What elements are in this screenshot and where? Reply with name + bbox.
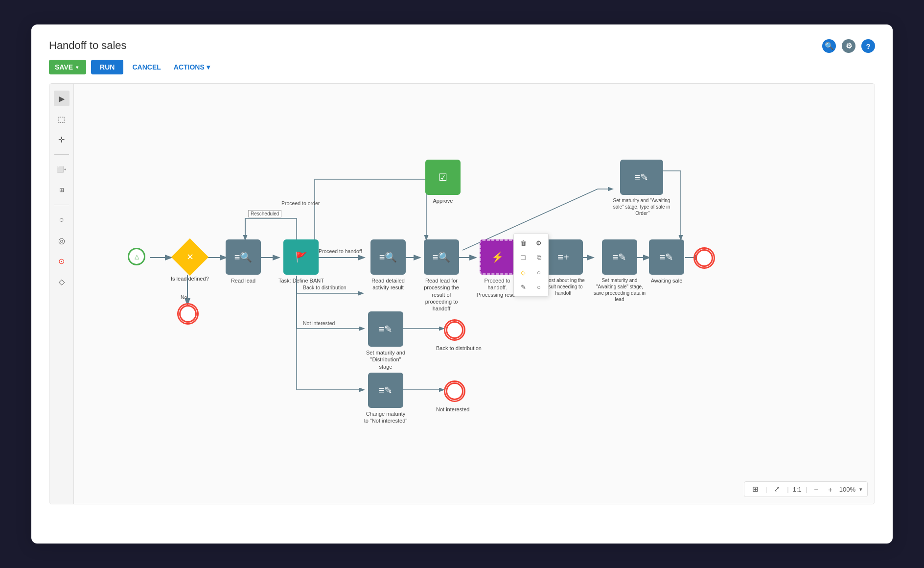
ctx-settings[interactable]: ⚙ [532,237,545,249]
zoom-in-button[interactable]: + [825,484,835,495]
back-dist-end-node[interactable] [446,321,463,339]
set-maturity-awaiting-node[interactable]: ≡✎ Set maturity and "Awaiting sale" stag… [593,239,647,303]
define-bant-node[interactable]: 🚩 Task: Define BANT [278,239,324,284]
context-row-1: 🗑 ⚙ [517,237,545,249]
gateway-diamond[interactable]: ✕ [171,238,208,276]
not-interested-end-node[interactable] [446,382,463,400]
set-maturity-order-box[interactable]: ≡✎ [620,160,663,195]
read-lead-proc-label: Read lead for processing the result of p… [419,277,463,312]
circle-filled-tool[interactable]: ◎ [54,233,69,248]
diamond-tool[interactable]: ◇ [54,274,69,289]
proceed-handoff-icon: ⚡ [491,251,504,263]
proceed-handoff-label: Proceed to handoff [319,248,362,254]
no-label: No [181,294,187,300]
post-result-box[interactable]: ≡+ [544,239,583,275]
read-detailed-icon: ≡🔍 [379,251,397,263]
back-dist-end-circle[interactable] [446,321,463,339]
gateway-diamond-wrap: ✕ [174,241,206,273]
awaiting-sale-box[interactable]: ≡✎ [649,239,684,275]
bc-sep-2: | [787,486,788,493]
rescheduled-label: Rescheduled [248,210,281,217]
help-icon[interactable]: ? [861,39,875,53]
define-bant-label: Task: Define BANT [278,277,324,284]
gateway-label: Is lead defined? [171,275,209,282]
save-button[interactable]: SAVE ▾ [49,60,86,74]
ctx-checkbox[interactable]: ☐ [517,251,530,264]
run-button[interactable]: RUN [91,60,123,74]
save-dropdown-arrow[interactable]: ▾ [76,65,78,70]
header-icons: 🔍 ⚙ ? [822,39,875,53]
page-title: Handoff to sales [49,39,875,52]
context-row-4: ✎ ○ [517,281,545,293]
approve-icon: ☑ [439,171,447,183]
awaiting-sale-end-node[interactable] [695,249,713,267]
approve-box[interactable]: ☑ [425,160,461,195]
read-lead-proc-node[interactable]: ≡🔍 Read lead for processing the result o… [419,239,463,312]
back-dist-end-label: Back to distribution [436,345,482,352]
ctx-delete[interactable]: 🗑 [517,237,530,249]
bc-sep-1: | [765,486,767,493]
gateway-node[interactable]: ✕ Is lead defined? [171,241,209,282]
process-tool[interactable]: ⬜+ [54,162,69,177]
subprocess-tool[interactable]: ⊞ [54,182,69,198]
read-lead-node[interactable]: ≡🔍 Read lead [226,239,261,284]
fit-view-button[interactable]: ⤢ [771,484,783,495]
read-lead-proc-box[interactable]: ≡🔍 [424,239,459,275]
approve-node[interactable]: ☑ Approve [425,160,461,204]
awaiting-sale-node[interactable]: ≡✎ Awaiting sale [649,239,684,284]
not-interested-conn-label: Not interested [303,320,335,326]
define-bant-icon: 🚩 [295,251,307,263]
zoom-out-button[interactable]: − [811,484,821,495]
zoom-level[interactable]: 100% [839,486,855,493]
read-detailed-label: Read detailed activity result [364,277,413,291]
set-maturity-dist-box[interactable]: ≡✎ [368,311,403,347]
no-end-circle[interactable] [179,305,197,323]
ctx-copy[interactable]: ⧉ [532,251,545,264]
proceed-handoff-box[interactable]: ⚡ [480,239,515,275]
ratio-label: 1:1 [793,486,802,493]
awaiting-sale-label: Awaiting sale [651,277,683,284]
cancel-button[interactable]: CANCEL [128,60,164,74]
ctx-circle2[interactable]: ○ [532,281,545,293]
read-detailed-node[interactable]: ≡🔍 Read detailed activity result [364,239,413,291]
circle-end-tool[interactable]: ⊙ [54,253,69,269]
set-maturity-order-icon: ≡✎ [635,171,649,183]
set-maturity-dist-node[interactable]: ≡✎ Set maturity and "Distribution" stage [364,311,408,370]
toolbar-separator [54,154,69,155]
toolbar-separator-2 [54,205,69,205]
define-bant-box[interactable]: 🚩 [283,239,319,275]
not-interested-end-circle[interactable] [446,382,463,400]
cursor-tool[interactable]: ▶ [54,91,69,106]
proceed-handoff-node-label: Proceed to handoff. Processing result [475,277,519,298]
change-maturity-node[interactable]: ≡✎ Change maturity to "Not interested" [364,373,408,425]
flow-canvas: △ ✕ Is lead defined? No [74,84,875,504]
not-interested-end-label: Not interested [436,406,469,413]
actions-button[interactable]: ACTIONS ▾ [170,60,214,74]
read-lead-box[interactable]: ≡🔍 [226,239,261,275]
connections-svg [74,84,875,504]
zoom-dropdown-arrow[interactable]: ▾ [859,486,862,493]
read-detailed-box[interactable]: ≡🔍 [370,239,406,275]
context-row-3: ◇ ○ [517,266,545,279]
ctx-edit[interactable]: ✎ [517,281,530,293]
change-maturity-box[interactable]: ≡✎ [368,373,403,408]
read-lead-proc-icon: ≡🔍 [433,251,451,263]
search-icon[interactable]: 🔍 [822,39,836,53]
settings-icon[interactable]: ⚙ [842,39,855,53]
set-maturity-awaiting-box[interactable]: ≡✎ [602,239,637,275]
actions-dropdown-arrow: ▾ [207,63,210,71]
proceed-handoff-node[interactable]: ⚡ Proceed to handoff. Processing result [475,239,519,298]
set-maturity-awaiting-icon: ≡✎ [613,251,627,263]
grid-view-button[interactable]: ⊞ [749,484,762,495]
ctx-diamond[interactable]: ◇ [517,266,530,279]
start-circle[interactable]: △ [128,248,145,265]
set-maturity-order-label: Set maturity and "Awaiting sale" stage, … [612,197,671,216]
set-maturity-order-node[interactable]: ≡✎ Set maturity and "Awaiting sale" stag… [612,160,671,216]
no-end-node[interactable] [179,305,197,323]
circle-empty-tool[interactable]: ○ [54,212,69,228]
select-tool[interactable]: ⬚ [54,111,69,127]
pan-tool[interactable]: ✛ [54,132,69,147]
start-node[interactable]: △ [128,248,145,265]
ctx-circle[interactable]: ○ [532,266,545,279]
awaiting-sale-end-circle[interactable] [695,249,713,267]
